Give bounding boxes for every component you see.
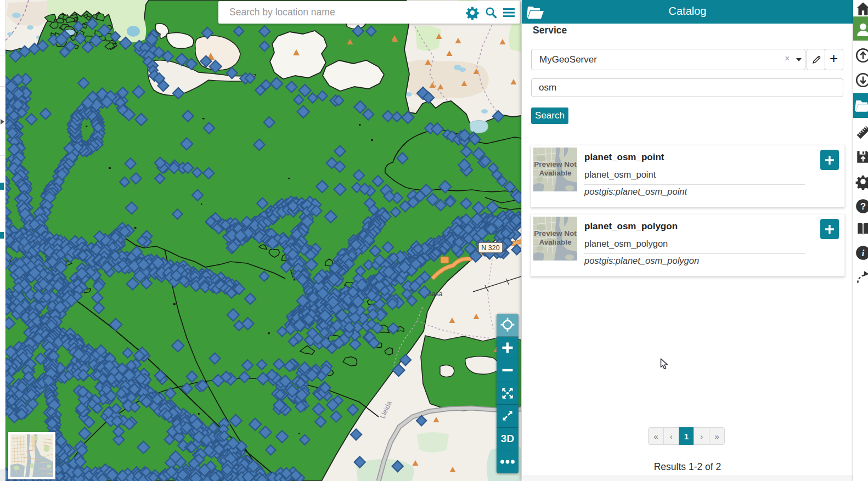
svg-text:Preview Not: Preview Not <box>534 229 577 237</box>
svg-text:Avaliable: Avaliable <box>539 169 572 177</box>
svg-text:i: i <box>862 248 865 258</box>
svg-text:?: ? <box>860 201 866 212</box>
svg-text:Preview Not: Preview Not <box>534 160 577 168</box>
svg-text:Avaliable: Avaliable <box>539 238 572 246</box>
svg-text:N 320: N 320 <box>481 244 499 252</box>
